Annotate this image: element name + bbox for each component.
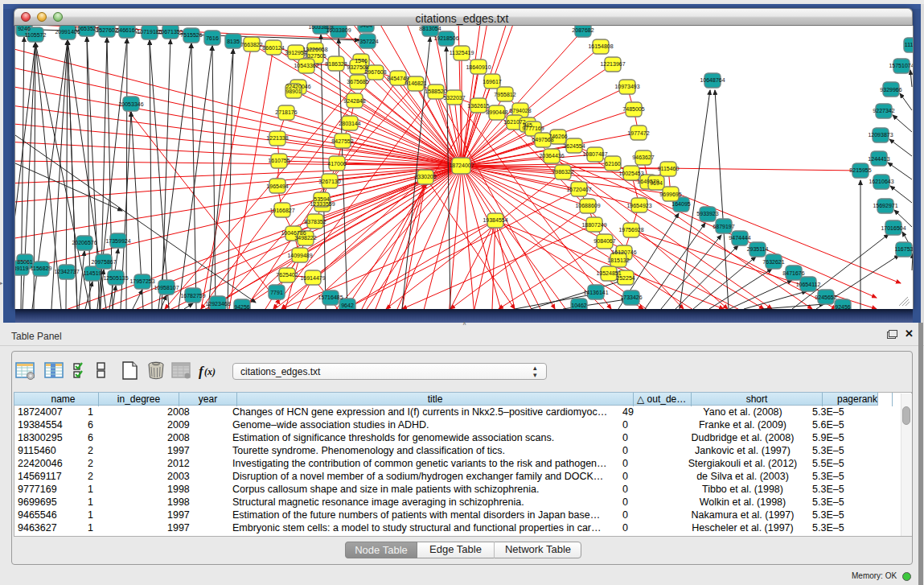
- svg-text:17016504: 17016504: [881, 225, 906, 231]
- svg-text:16033809: 16033809: [326, 27, 351, 33]
- svg-text:53594: 53594: [314, 196, 330, 202]
- svg-text:8471676: 8471676: [782, 270, 804, 276]
- svg-text:7485005: 7485005: [622, 106, 644, 112]
- svg-text:16120746: 16120746: [611, 249, 636, 255]
- svg-text:9327505: 9327505: [304, 53, 326, 59]
- svg-text:10654112: 10654112: [796, 282, 821, 287]
- svg-text:15716485: 15716485: [318, 295, 343, 300]
- svg-text:2935114: 2935114: [747, 246, 769, 252]
- svg-text:8186328: 8186328: [325, 61, 347, 67]
- svg-text:1105572: 1105572: [25, 32, 47, 38]
- svg-text:85061: 85061: [17, 259, 33, 265]
- svg-text:19384554: 19384554: [483, 217, 507, 223]
- svg-text:1221338: 1221338: [266, 135, 288, 141]
- svg-text:9084067: 9084067: [593, 238, 615, 244]
- svg-text:3267130: 3267130: [318, 179, 340, 184]
- svg-text:9777169: 9777169: [522, 126, 544, 131]
- svg-text:9146821: 9146821: [405, 80, 426, 86]
- svg-text:10688609: 10688609: [575, 203, 600, 208]
- svg-text:1156829: 1156829: [31, 266, 52, 271]
- svg-text:12213967: 12213967: [600, 61, 625, 67]
- svg-text:17957253: 17957253: [129, 278, 154, 284]
- svg-text:5933923: 5933923: [696, 211, 718, 216]
- svg-text:1733426: 1733426: [620, 295, 642, 300]
- svg-text:16210643: 16210643: [869, 179, 893, 184]
- svg-text:9474444: 9474444: [729, 235, 750, 241]
- svg-text:169617: 169617: [483, 79, 501, 84]
- svg-text:12505135: 12505135: [103, 275, 128, 281]
- svg-text:1527602: 1527602: [96, 27, 117, 33]
- svg-text:15692971: 15692971: [873, 203, 897, 208]
- svg-text:7625402: 7625402: [276, 272, 298, 278]
- svg-text:11325419: 11325419: [450, 50, 474, 56]
- svg-text:7986322: 7986322: [552, 169, 573, 175]
- svg-text:9242848: 9242848: [343, 98, 365, 104]
- svg-text:39119: 39119: [15, 266, 29, 271]
- svg-text:19218506: 19218506: [433, 35, 458, 41]
- svg-text:164095: 164095: [671, 201, 690, 207]
- svg-text:16154808: 16154808: [588, 43, 613, 49]
- svg-text:8215955: 8215955: [849, 167, 871, 173]
- svg-text:1610755: 1610755: [268, 158, 290, 163]
- svg-text:8135: 8135: [227, 39, 240, 44]
- svg-text:18640910: 18640910: [466, 64, 491, 70]
- svg-text:9699695: 9699695: [659, 192, 681, 197]
- svg-text:19756928: 19756928: [618, 227, 643, 233]
- svg-text:8990448: 8990448: [486, 109, 507, 115]
- svg-text:15751074: 15751074: [889, 63, 913, 68]
- svg-text:10462: 10462: [571, 303, 587, 308]
- svg-text:9642: 9642: [341, 303, 354, 308]
- svg-text:8660124: 8660124: [262, 45, 284, 51]
- svg-text:2330205: 2330205: [414, 174, 436, 179]
- svg-text:12342737: 12342737: [54, 269, 79, 274]
- svg-text:9463627: 9463627: [632, 154, 654, 160]
- svg-text:13226058: 13226058: [302, 47, 327, 52]
- svg-text:8378352: 8378352: [304, 219, 326, 225]
- svg-text:20206576: 20206576: [72, 240, 97, 245]
- svg-text:20053346: 20053346: [118, 101, 143, 107]
- svg-text:6466160: 6466160: [116, 27, 138, 33]
- svg-text:62160: 62160: [605, 161, 621, 167]
- svg-text:8813054: 8813054: [419, 26, 441, 31]
- svg-text:6794028: 6794028: [509, 108, 531, 113]
- svg-text:7515526: 7515526: [180, 32, 202, 38]
- svg-text:10671355: 10671355: [158, 29, 183, 35]
- svg-text:16782759: 16782759: [180, 293, 205, 299]
- svg-text:7663822: 7663822: [240, 42, 262, 47]
- svg-text:2803144: 2803144: [339, 121, 360, 126]
- svg-text:7955812: 7955812: [494, 92, 515, 97]
- svg-text:10648764: 10648764: [700, 77, 725, 83]
- svg-text:7357224: 7357224: [356, 39, 378, 44]
- svg-text:1362615: 1362615: [467, 103, 489, 109]
- svg-text:14136141: 14136141: [583, 290, 608, 295]
- svg-text:7791: 7791: [270, 290, 283, 295]
- svg-text:9329966: 9329966: [880, 87, 901, 93]
- svg-text:20975867: 20975867: [91, 259, 116, 265]
- svg-text:9115460: 9115460: [658, 166, 680, 171]
- svg-text:1815132: 1815132: [607, 257, 629, 263]
- svg-text:10973493: 10973493: [614, 84, 639, 89]
- svg-text:2967608: 2967608: [364, 69, 386, 75]
- svg-text:1588520: 1588520: [425, 89, 446, 94]
- svg-text:18807249: 18807249: [581, 222, 606, 228]
- svg-text:92456: 92456: [835, 304, 851, 309]
- svg-text:12093873: 12093873: [868, 132, 893, 138]
- svg-text:19654923: 19654923: [626, 203, 651, 208]
- svg-text:10807487: 10807487: [582, 151, 607, 157]
- svg-text:7632621: 7632621: [762, 259, 784, 265]
- svg-text:1965494: 1965494: [266, 183, 288, 189]
- svg-text:2718176: 2718176: [275, 109, 297, 115]
- svg-text:116753: 116753: [895, 246, 913, 252]
- svg-text:11172: 11172: [905, 42, 913, 47]
- svg-text:1546: 1546: [355, 58, 368, 64]
- svg-text:98901: 98901: [285, 89, 302, 94]
- svg-text:7616: 7616: [206, 35, 219, 41]
- svg-text:9227342: 9227342: [873, 108, 894, 113]
- svg-text:10025453: 10025453: [618, 171, 643, 176]
- svg-text:9245652: 9245652: [815, 295, 836, 300]
- svg-text:3675685: 3675685: [347, 79, 368, 84]
- svg-text:2087682: 2087682: [572, 27, 593, 33]
- svg-text:417006: 417006: [327, 161, 346, 167]
- svg-text:8427552: 8427552: [331, 138, 353, 144]
- svg-text:18724007: 18724007: [449, 163, 474, 168]
